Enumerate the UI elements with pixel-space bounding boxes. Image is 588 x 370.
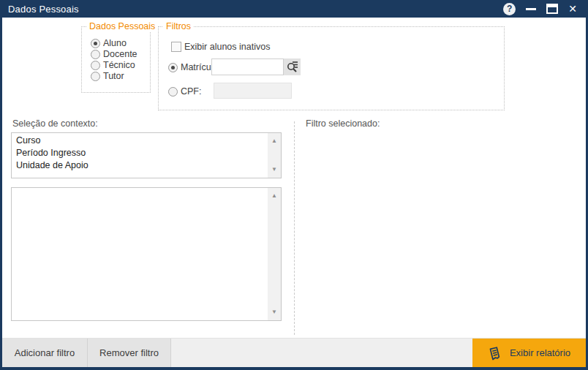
group-dados-pessoais-legend: Dados Pessoais bbox=[86, 21, 158, 31]
filter-values-listbox[interactable]: ▲ ▼ bbox=[11, 187, 282, 321]
remove-filter-button[interactable]: Remover filtro bbox=[88, 339, 171, 367]
selected-filter-label: Filtro selecionado: bbox=[306, 118, 380, 129]
radio-tecnico-label: Técnico bbox=[103, 60, 135, 70]
checkbox-exibir-inativos[interactable]: Exibir alunos inativos bbox=[171, 42, 270, 52]
radio-tutor[interactable]: Tutor bbox=[91, 71, 124, 81]
show-report-label: Exibir relatório bbox=[510, 347, 570, 358]
radio-tecnico[interactable]: Técnico bbox=[91, 60, 135, 70]
radio-docente[interactable]: Docente bbox=[91, 49, 137, 59]
context-listbox[interactable]: Curso Período Ingresso Unidade de Apoio … bbox=[11, 132, 282, 178]
radio-tecnico-icon[interactable] bbox=[91, 61, 100, 70]
radio-aluno[interactable]: Aluno bbox=[91, 38, 127, 48]
checkbox-exibir-inativos-label: Exibir alunos inativos bbox=[184, 42, 270, 52]
radio-cpf[interactable]: CPF: bbox=[168, 86, 201, 97]
group-filtros-legend: Filtros bbox=[163, 21, 194, 31]
radio-matricula-icon[interactable] bbox=[168, 63, 178, 72]
radio-cpf-icon[interactable] bbox=[168, 87, 178, 97]
panel-divider bbox=[294, 121, 295, 335]
context-selection-label: Seleção de contexto: bbox=[12, 118, 98, 129]
show-report-button[interactable]: Exibir relatório bbox=[472, 339, 586, 367]
radio-docente-icon[interactable] bbox=[91, 50, 100, 59]
scroll-up-icon[interactable]: ▲ bbox=[268, 192, 281, 200]
scroll-up-icon[interactable]: ▲ bbox=[268, 137, 281, 145]
footer-bar: Adicionar filtro Remover filtro Exibir r… bbox=[2, 338, 586, 367]
close-icon[interactable]: ✕ bbox=[568, 4, 577, 14]
minimize-icon[interactable] bbox=[526, 8, 536, 10]
group-filtros: Filtros Exibir alunos inativos Matrícula… bbox=[158, 26, 505, 110]
group-dados-pessoais: Dados Pessoais Aluno Docente Técnico Tut… bbox=[81, 26, 151, 93]
radio-aluno-label: Aluno bbox=[103, 38, 127, 48]
report-icon bbox=[488, 346, 502, 360]
search-list-icon bbox=[286, 61, 298, 73]
scroll-down-icon[interactable]: ▼ bbox=[268, 166, 281, 173]
list-item[interactable]: Período Ingresso bbox=[12, 147, 268, 159]
dialog-dados-pessoais: Dados Pessoais ? ✕ Dados Pessoais Aluno … bbox=[0, 0, 588, 370]
window-bottom-border bbox=[2, 367, 586, 370]
filter-values-scrollbar[interactable]: ▲ ▼ bbox=[268, 188, 281, 320]
scroll-down-icon[interactable]: ▼ bbox=[268, 309, 281, 316]
checkbox-exibir-inativos-icon[interactable] bbox=[171, 42, 181, 52]
help-icon[interactable]: ? bbox=[503, 3, 516, 15]
titlebar-icons: ? ✕ bbox=[503, 3, 586, 15]
titlebar: Dados Pessoais ? ✕ bbox=[2, 0, 586, 18]
radio-aluno-icon[interactable] bbox=[91, 39, 100, 48]
context-listbox-scrollbar[interactable]: ▲ ▼ bbox=[268, 133, 281, 178]
radio-tutor-label: Tutor bbox=[103, 71, 124, 81]
maximize-icon[interactable] bbox=[546, 4, 558, 14]
context-listbox-items: Curso Período Ingresso Unidade de Apoio bbox=[12, 135, 268, 172]
radio-cpf-label: CPF: bbox=[181, 86, 201, 97]
cpf-input[interactable] bbox=[214, 83, 292, 99]
matricula-input[interactable] bbox=[211, 58, 284, 75]
window-title: Dados Pessoais bbox=[2, 4, 79, 15]
list-item[interactable]: Curso bbox=[12, 135, 268, 147]
list-item[interactable]: Unidade de Apoio bbox=[12, 159, 268, 172]
add-filter-button[interactable]: Adicionar filtro bbox=[2, 339, 88, 367]
radio-tutor-icon[interactable] bbox=[91, 72, 100, 81]
search-matricula-button[interactable] bbox=[284, 58, 301, 75]
radio-docente-label: Docente bbox=[103, 49, 137, 59]
